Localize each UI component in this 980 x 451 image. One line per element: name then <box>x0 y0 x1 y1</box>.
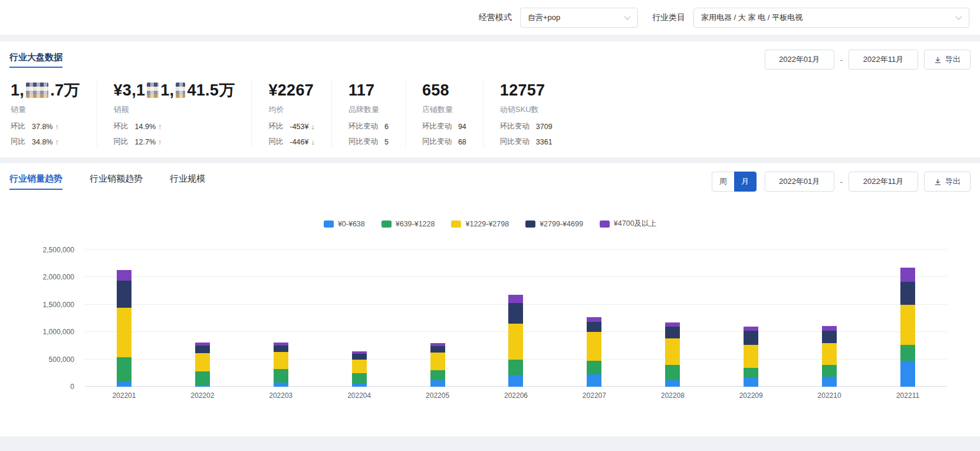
kpi-value: 117 <box>348 80 389 100</box>
bar-segment[interactable] <box>900 268 915 282</box>
bar-segment[interactable] <box>195 353 210 371</box>
stacked-bar[interactable] <box>822 326 837 387</box>
x-axis-label: 202206 <box>477 391 555 400</box>
chevron-down-icon <box>624 13 630 19</box>
category-select[interactable]: 家用电器 / 大 家 电 / 平板电视 <box>693 8 969 28</box>
bar-segment[interactable] <box>900 305 915 345</box>
stacked-bar[interactable] <box>352 351 367 387</box>
bar-group: 202207 <box>555 250 633 387</box>
bar-segment[interactable] <box>744 368 758 378</box>
bar-segment[interactable] <box>822 331 837 343</box>
legend-item[interactable]: ¥1229-¥2798 <box>451 219 509 229</box>
bar-segment[interactable] <box>744 327 758 331</box>
bar-segment[interactable] <box>665 380 680 387</box>
trend-date-end[interactable]: 2022年11月 <box>849 172 918 192</box>
bar-segment[interactable] <box>430 353 445 371</box>
mode-select[interactable]: 自营+pop <box>520 8 638 28</box>
bar-segment[interactable] <box>352 373 367 383</box>
bar-segment[interactable] <box>274 345 288 352</box>
bar-segment[interactable] <box>117 357 131 382</box>
period-week-button[interactable]: 周 <box>712 172 734 192</box>
legend-item[interactable]: ¥639-¥1228 <box>382 219 435 229</box>
bar-segment[interactable] <box>665 327 680 338</box>
bar-segment[interactable] <box>822 326 837 330</box>
metric-name: 同比 <box>114 137 129 147</box>
legend-item[interactable]: ¥2799-¥4699 <box>525 219 583 229</box>
trend-date-start[interactable]: 2022年01月 <box>765 172 834 192</box>
bar-segment[interactable] <box>195 345 210 354</box>
metric-name: 同比变动 <box>422 137 452 147</box>
legend-item[interactable]: ¥0-¥638 <box>324 219 365 229</box>
bar-segment[interactable] <box>508 324 523 359</box>
bar-segment[interactable] <box>195 371 210 385</box>
bar-group: 202208 <box>633 250 712 387</box>
tab-industry-scale[interactable]: 行业规模 <box>170 173 205 190</box>
overview-section: 行业大盘数据 2022年01月 - 2022年11月 导出 1,.7万销量环比3… <box>0 41 980 157</box>
bar-segment[interactable] <box>665 365 680 380</box>
legend-item[interactable]: ¥4700及以上 <box>600 219 656 229</box>
legend-label: ¥2799-¥4699 <box>540 220 583 228</box>
bar-segment[interactable] <box>274 352 288 370</box>
bar-segment[interactable] <box>274 383 288 387</box>
bar-segment[interactable] <box>508 375 523 387</box>
metric-value: 68 <box>458 138 466 146</box>
metric-value: 3709 <box>536 123 553 131</box>
tab-industry-sales-amount-trend[interactable]: 行业销额趋势 <box>90 173 143 190</box>
bar-segment[interactable] <box>665 322 680 327</box>
stacked-bar[interactable] <box>508 295 523 387</box>
chevron-down-icon <box>955 13 962 19</box>
stacked-bar[interactable] <box>430 343 445 387</box>
chart-bars: 2022012022022022032022042022052022062022… <box>85 250 947 387</box>
x-axis-label: 202207 <box>555 391 633 400</box>
bar-segment[interactable] <box>822 377 837 387</box>
bar-segment[interactable] <box>430 370 445 380</box>
bar-segment[interactable] <box>587 317 601 321</box>
stacked-bar[interactable] <box>195 343 210 387</box>
bar-segment[interactable] <box>508 360 523 375</box>
stacked-bar[interactable] <box>665 322 680 387</box>
stacked-bar[interactable] <box>587 317 601 387</box>
stacked-bar[interactable] <box>744 327 758 387</box>
trend-export-button[interactable]: 导出 <box>924 172 971 192</box>
overview-date-start[interactable]: 2022年01月 <box>765 50 834 70</box>
up-arrow-icon: ↑ <box>158 137 162 146</box>
bar-segment[interactable] <box>352 383 367 387</box>
bar-segment[interactable] <box>900 361 915 387</box>
kpi-metric: 同比12.7%↑ <box>114 137 235 147</box>
bar-segment[interactable] <box>822 343 837 365</box>
stacked-bar[interactable] <box>117 270 131 387</box>
stacked-bar[interactable] <box>900 268 915 387</box>
legend-swatch-icon <box>324 220 334 228</box>
bar-segment[interactable] <box>587 322 601 333</box>
bar-segment[interactable] <box>744 377 758 387</box>
bar-segment[interactable] <box>744 331 758 344</box>
overview-date-end[interactable]: 2022年11月 <box>849 50 918 70</box>
bar-segment[interactable] <box>117 281 131 308</box>
bar-segment[interactable] <box>195 385 210 387</box>
stacked-bar[interactable] <box>274 343 288 387</box>
bar-segment[interactable] <box>587 374 601 387</box>
bar-segment[interactable] <box>117 382 131 387</box>
bar-segment[interactable] <box>117 308 131 357</box>
period-month-button[interactable]: 月 <box>734 172 757 192</box>
bar-segment[interactable] <box>430 380 445 387</box>
bar-segment[interactable] <box>352 360 367 373</box>
bar-segment[interactable] <box>744 345 758 368</box>
bar-segment[interactable] <box>665 338 680 365</box>
overview-export-button[interactable]: 导出 <box>924 50 971 70</box>
bar-segment[interactable] <box>822 365 837 377</box>
metric-value: 37.8% <box>32 123 52 131</box>
bar-segment[interactable] <box>508 303 523 324</box>
bar-segment[interactable] <box>352 354 367 359</box>
tab-industry-sales-volume-trend[interactable]: 行业销量趋势 <box>9 173 63 190</box>
bar-segment[interactable] <box>900 282 915 305</box>
bar-segment[interactable] <box>900 345 915 361</box>
bar-segment[interactable] <box>508 295 523 303</box>
bar-segment[interactable] <box>117 270 131 281</box>
bar-segment[interactable] <box>587 332 601 360</box>
bar-segment[interactable] <box>430 346 445 353</box>
kpi-label: 品牌数量 <box>348 104 389 115</box>
bar-segment[interactable] <box>587 361 601 374</box>
kpi-metric: 环比14.9%↑ <box>114 121 235 131</box>
bar-segment[interactable] <box>274 369 288 382</box>
